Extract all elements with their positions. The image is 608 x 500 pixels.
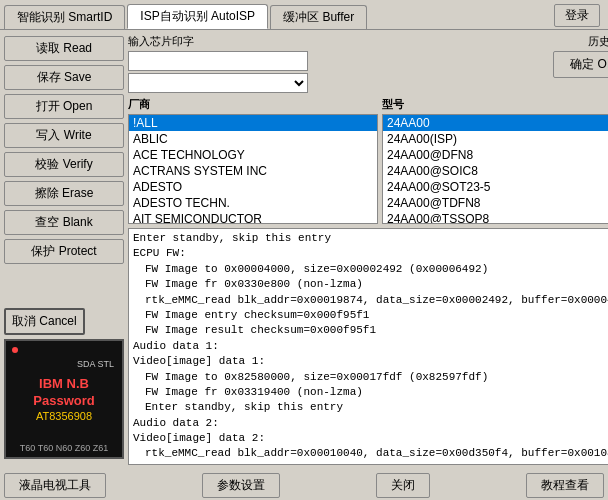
vendor-list-item[interactable]: AIT SEMICONDUCTOR xyxy=(129,211,377,224)
verify-button[interactable]: 校验 Verify xyxy=(4,152,124,177)
log-line: FW Image to 0x00004000, size=0x00002492 … xyxy=(133,262,608,277)
tab-autoisp[interactable]: ISP自动识别 AutoISP xyxy=(127,4,268,29)
log-line: FW Image entry checksum=0x000f95f1 xyxy=(133,308,608,323)
lcd-tv-button[interactable]: 液晶电视工具 xyxy=(4,473,106,498)
history-section: 历史记录 确定 OK xyxy=(553,34,608,78)
ic-brand: IBM N.B Password xyxy=(33,376,94,410)
model-list-item[interactable]: 24AA00@TDFN8 xyxy=(383,195,608,211)
tutorial-button[interactable]: 教程查看 xyxy=(526,473,604,498)
vendor-list[interactable]: !ALLABLICACE TECHNOLOGYACTRANS SYSTEM IN… xyxy=(128,114,378,224)
history-label: 历史记录 xyxy=(588,34,608,49)
log-line: FW Image result checksum=0x000f95f1 xyxy=(133,323,608,338)
ic-chip-image: SDA STL IBM N.B Password AT8356908 T60 T… xyxy=(4,339,124,459)
blank-button[interactable]: 查空 Blank xyxy=(4,210,124,235)
ic-model: AT8356908 xyxy=(36,410,92,422)
model-list[interactable]: 24AA0024AA00(ISP)24AA00@DFN824AA00@SOIC8… xyxy=(382,114,608,224)
log-line: FW Image fr 0x0330e800 (non-lzma) xyxy=(133,277,608,292)
chip-dropdown[interactable] xyxy=(128,73,308,93)
bottom-toolbar: 液晶电视工具 参数设置 关闭 教程查看 xyxy=(0,469,608,500)
tab-smartid[interactable]: 智能识别 SmartID xyxy=(4,5,125,29)
log-line: rtk_eMMC_read blk_addr=0x00019874, data_… xyxy=(133,293,608,308)
open-button[interactable]: 打开 Open xyxy=(4,94,124,119)
vendor-list-item[interactable]: ACE TECHNOLOGY xyxy=(129,147,377,163)
model-list-item[interactable]: 24AA00 xyxy=(383,115,608,131)
ok-button[interactable]: 确定 OK xyxy=(553,51,608,78)
log-line: Audio data 2: xyxy=(133,416,608,431)
tab-bar: 智能识别 SmartID ISP自动识别 AutoISP 缓冲区 Buffer … xyxy=(0,0,608,29)
content-area: 读取 Read 保存 Save 打开 Open 写入 Write 校验 Veri… xyxy=(0,29,608,469)
right-panel: 输入芯片印字 历史记录 确定 OK 厂商 !ALLABLICACE TECHNO… xyxy=(128,30,608,469)
vendor-list-item[interactable]: ACTRANS SYSTEM INC xyxy=(129,163,377,179)
tab-buffer[interactable]: 缓冲区 Buffer xyxy=(270,5,367,29)
model-list-item[interactable]: 24AA00@DFN8 xyxy=(383,147,608,163)
cancel-button[interactable]: 取消 Cancel xyxy=(4,308,85,335)
sidebar: 读取 Read 保存 Save 打开 Open 写入 Write 校验 Veri… xyxy=(0,30,128,469)
ic-pins: T60 T60 N60 Z60 Z61 xyxy=(20,443,108,453)
model-list-item[interactable]: 24AA00@SOT23-5 xyxy=(383,179,608,195)
log-line: Enter standby, skip this entry xyxy=(133,231,608,246)
log-area: Enter standby, skip this entryECPU FW: F… xyxy=(128,228,608,465)
log-line: FW Image to 0x82580000, size=0x00017fdf … xyxy=(133,370,608,385)
log-line: Video[image] data 1: xyxy=(133,354,608,369)
chip-input-label: 输入芯片印字 xyxy=(128,34,547,49)
write-button[interactable]: 写入 Write xyxy=(4,123,124,148)
close-button[interactable]: 关闭 xyxy=(376,473,430,498)
protect-button[interactable]: 保护 Protect xyxy=(4,239,124,264)
model-label: 型号 xyxy=(382,97,608,112)
model-list-item[interactable]: 24AA00@SOIC8 xyxy=(383,163,608,179)
param-button[interactable]: 参数设置 xyxy=(202,473,280,498)
chip-input[interactable] xyxy=(128,51,308,71)
model-list-item[interactable]: 24AA00(ISP) xyxy=(383,131,608,147)
log-line: Audio data 1: xyxy=(133,339,608,354)
model-list-container: 型号 24AA0024AA00(ISP)24AA00@DFN824AA00@SO… xyxy=(382,97,608,224)
login-button[interactable]: 登录 xyxy=(554,4,600,27)
sda-stl-label: SDA STL xyxy=(77,359,114,369)
log-line: FW Image fr 0x03319400 (non-lzma) xyxy=(133,385,608,400)
vendor-list-item[interactable]: ADESTO TECHN. xyxy=(129,195,377,211)
save-button[interactable]: 保存 Save xyxy=(4,65,124,90)
log-line: Video[image] data 2: xyxy=(133,431,608,446)
log-line: ECPU FW: xyxy=(133,246,608,261)
lists-area: 厂商 !ALLABLICACE TECHNOLOGYACTRANS SYSTEM… xyxy=(128,97,608,224)
sidebar-bottom: 取消 Cancel SDA STL IBM N.B Password AT835… xyxy=(4,308,124,463)
log-line: Enter standby, skip this entry xyxy=(133,400,608,415)
model-list-item[interactable]: 24AA00@TSSOP8 xyxy=(383,211,608,224)
top-controls: 输入芯片印字 历史记录 确定 OK xyxy=(128,34,608,93)
vendor-list-item[interactable]: ADESTO xyxy=(129,179,377,195)
log-line: rtk_eMMC_read blk_addr=0x00010040, data_… xyxy=(133,446,608,461)
vendor-label: 厂商 xyxy=(128,97,378,112)
vendor-list-container: 厂商 !ALLABLICACE TECHNOLOGYACTRANS SYSTEM… xyxy=(128,97,378,224)
input-section: 输入芯片印字 xyxy=(128,34,547,93)
vendor-list-item[interactable]: !ALL xyxy=(129,115,377,131)
vendor-list-item[interactable]: ABLIC xyxy=(129,131,377,147)
main-container: 智能识别 SmartID ISP自动识别 AutoISP 缓冲区 Buffer … xyxy=(0,0,608,500)
ic-dot xyxy=(12,347,18,353)
erase-button[interactable]: 擦除 Erase xyxy=(4,181,124,206)
read-button[interactable]: 读取 Read xyxy=(4,36,124,61)
